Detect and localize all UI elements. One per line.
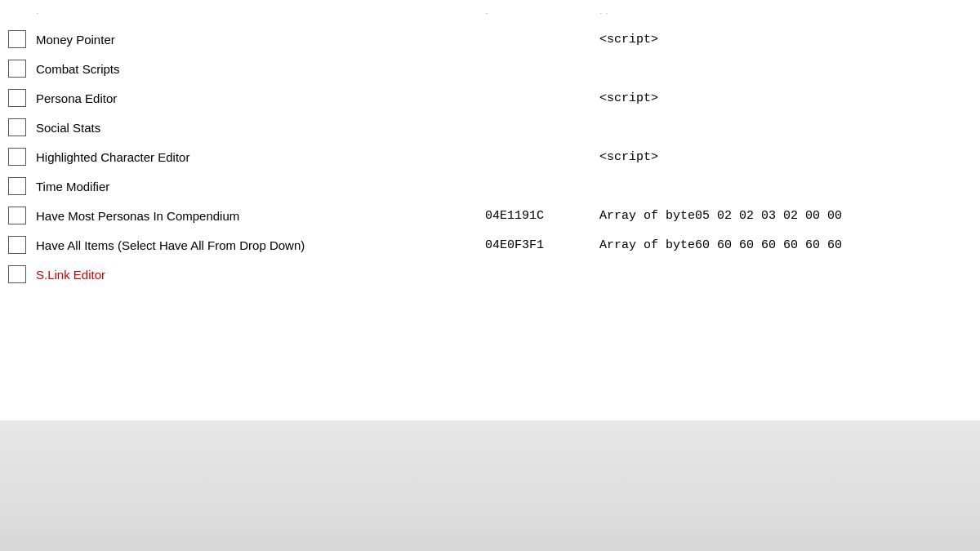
checkbox-combat-scripts[interactable]	[8, 60, 26, 78]
checkbox-persona-editor[interactable]	[8, 89, 26, 107]
list-item: Money Pointer <script>	[0, 24, 980, 54]
item-type-highlighted-character-editor: <script>	[599, 150, 980, 164]
item-address-have-all-items: 04E0F3F1	[485, 238, 599, 252]
partial-row: · · · ·	[0, 0, 980, 24]
checkbox-money-pointer[interactable]	[8, 30, 26, 48]
item-type-have-most-personas: Array of byte05 02 02 03 02 00 00	[599, 209, 980, 223]
item-type-money-pointer: <script>	[599, 33, 980, 47]
item-label-have-all-items: Have All Items (Select Have All From Dro…	[36, 238, 485, 252]
list-item: Time Modifier	[0, 171, 980, 201]
list-item: Combat Scripts	[0, 54, 980, 83]
item-label-time-modifier: Time Modifier	[36, 180, 485, 193]
item-type-have-all-items: Array of byte60 60 60 60 60 60 60	[599, 238, 980, 252]
main-container: · · · · Money Pointer <script> Combat Sc…	[0, 0, 980, 551]
item-address-have-most-personas: 04E1191C	[485, 209, 599, 223]
bottom-area	[0, 420, 980, 551]
checkbox-slink-editor[interactable]	[8, 265, 26, 283]
item-label-highlighted-character-editor: Highlighted Character Editor	[36, 150, 485, 164]
checkbox-time-modifier[interactable]	[8, 177, 26, 195]
checkbox-social-stats[interactable]	[8, 118, 26, 136]
checkbox-have-most-personas[interactable]	[8, 207, 26, 224]
list-item: Highlighted Character Editor <script>	[0, 142, 980, 171]
item-label-persona-editor: Persona Editor	[36, 91, 485, 105]
item-label-money-pointer: Money Pointer	[36, 33, 485, 47]
list-item: Persona Editor <script>	[0, 83, 980, 113]
item-label-social-stats: Social Stats	[36, 121, 485, 135]
list-item: Social Stats	[0, 113, 980, 142]
list-item: S.Link Editor	[0, 260, 980, 289]
checkbox-have-all-items[interactable]	[8, 236, 26, 254]
list-item: Have All Items (Select Have All From Dro…	[0, 230, 980, 260]
item-label-have-most-personas: Have Most Personas In Compendium	[36, 209, 485, 223]
checkbox-highlighted-character-editor[interactable]	[8, 148, 26, 166]
list-item: Have Most Personas In Compendium 04E1191…	[0, 201, 980, 230]
list-area: · · · · Money Pointer <script> Combat Sc…	[0, 0, 980, 420]
item-label-combat-scripts: Combat Scripts	[36, 62, 485, 76]
item-type-persona-editor: <script>	[599, 91, 980, 105]
item-label-slink-editor[interactable]: S.Link Editor	[36, 268, 485, 282]
